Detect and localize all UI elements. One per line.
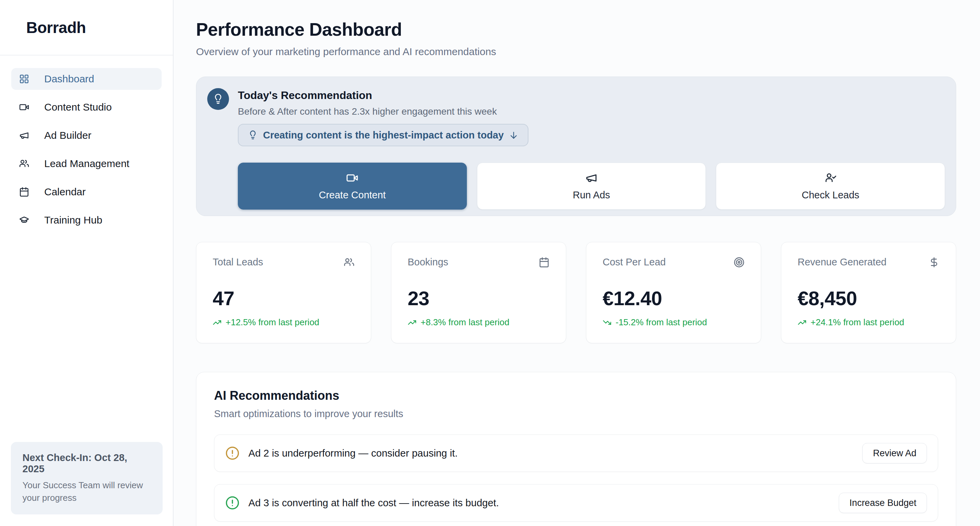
- lightbulb-icon: [213, 94, 224, 105]
- arrow-down-icon: [509, 131, 518, 140]
- stat-change-text: -15.2% from last period: [616, 317, 707, 327]
- target-icon: [733, 257, 745, 268]
- stat-change-text: +24.1% from last period: [811, 317, 904, 327]
- next-checkin-card: Next Check-In: Oct 28, 2025 Your Success…: [11, 442, 163, 515]
- recommendation-text: Ad 2 is underperforming — consider pausi…: [248, 447, 458, 459]
- brand-logo: Borradh: [26, 18, 86, 37]
- recommendation-row-ad3: Ad 3 is converting at half the cost — in…: [214, 484, 938, 521]
- sidebar-item-ad-builder[interactable]: Ad Builder: [11, 124, 162, 146]
- sidebar: Borradh Dashboard Content Studio Ad Buil…: [0, 0, 173, 526]
- create-content-button[interactable]: Create Content: [238, 163, 467, 210]
- user-check-icon: [824, 172, 837, 184]
- sidebar-item-label: Dashboard: [44, 73, 94, 85]
- brand-header: Borradh: [0, 0, 173, 56]
- stat-change-text: +8.3% from last period: [421, 317, 509, 327]
- stat-change: +24.1% from last period: [798, 317, 940, 327]
- ai-recommendations-subtitle: Smart optimizations to improve your resu…: [214, 408, 938, 420]
- action-label: Create Content: [319, 189, 386, 201]
- sidebar-item-lead-management[interactable]: Lead Management: [11, 153, 162, 175]
- stat-card-bookings: Bookings 23 +8.3% from last period: [391, 242, 566, 343]
- sidebar-item-label: Lead Management: [44, 158, 129, 169]
- megaphone-icon: [585, 172, 598, 184]
- next-checkin-title: Next Check-In: Oct 28, 2025: [22, 452, 151, 475]
- video-camera-icon: [19, 102, 29, 112]
- calendar-icon: [19, 187, 29, 197]
- stat-card-total-leads: Total Leads 47 +12.5% from last period: [196, 242, 371, 343]
- todays-recommendation-banner: Today's Recommendation Before & After co…: [196, 76, 956, 216]
- lightbulb-icon: [248, 130, 258, 140]
- stat-value: 47: [213, 287, 355, 310]
- stat-change: +12.5% from last period: [213, 317, 355, 327]
- sidebar-item-label: Content Studio: [44, 102, 111, 113]
- page-subtitle: Overview of your marketing performance a…: [196, 46, 956, 57]
- users-icon: [19, 159, 29, 169]
- next-checkin-subtitle: Your Success Team will review your progr…: [22, 479, 151, 504]
- sidebar-item-dashboard[interactable]: Dashboard: [11, 68, 162, 90]
- banner-subtitle: Before & After content has 2.3x higher e…: [238, 106, 945, 117]
- banner-actions: Create Content Run Ads Check Leads: [238, 163, 945, 210]
- stat-label: Total Leads: [213, 257, 263, 268]
- lightbulb-badge: [207, 88, 229, 110]
- sidebar-item-label: Ad Builder: [44, 130, 91, 141]
- stat-card-revenue: Revenue Generated €8,450 +24.1% from las…: [781, 242, 956, 343]
- trending-up-icon: [798, 318, 807, 327]
- recommendation-row-ad2: Ad 2 is underperforming — consider pausi…: [214, 434, 938, 472]
- review-ad-button[interactable]: Review Ad: [862, 443, 927, 463]
- insight-pill-label: Creating content is the highest-impact a…: [263, 130, 504, 141]
- trending-up-icon: [213, 318, 221, 327]
- stat-change: +8.3% from last period: [408, 317, 550, 327]
- run-ads-button[interactable]: Run Ads: [477, 163, 706, 210]
- calendar-icon: [539, 257, 550, 268]
- banner-title: Today's Recommendation: [238, 89, 945, 102]
- sidebar-item-label: Training Hub: [44, 215, 102, 226]
- stat-value: €8,450: [798, 287, 940, 310]
- stat-label: Cost Per Lead: [603, 257, 666, 268]
- page-title: Performance Dashboard: [196, 19, 956, 40]
- action-label: Run Ads: [573, 189, 610, 201]
- sidebar-item-training-hub[interactable]: Training Hub: [11, 209, 162, 231]
- sidebar-item-content-studio[interactable]: Content Studio: [11, 96, 162, 118]
- graduation-cap-icon: [19, 215, 29, 225]
- sidebar-item-label: Calendar: [44, 186, 86, 198]
- action-label: Check Leads: [802, 189, 859, 201]
- megaphone-icon: [19, 130, 29, 140]
- sidebar-item-calendar[interactable]: Calendar: [11, 181, 162, 203]
- banner-body: Today's Recommendation Before & After co…: [238, 87, 945, 210]
- dollar-sign-icon: [929, 257, 940, 268]
- stats-row: Total Leads 47 +12.5% from last period B…: [196, 242, 956, 343]
- page-header: Performance Dashboard Overview of your m…: [196, 0, 956, 57]
- alert-circle-icon: [225, 496, 240, 510]
- ai-recommendations-list: Ad 2 is underperforming — consider pausi…: [214, 434, 938, 521]
- sidebar-nav: Dashboard Content Studio Ad Builder Lead…: [0, 56, 173, 231]
- ai-recommendations-title: AI Recommendations: [214, 389, 938, 403]
- users-icon: [344, 257, 355, 268]
- stat-card-cost-per-lead: Cost Per Lead €12.40 -15.2% from last pe…: [586, 242, 761, 343]
- increase-budget-button[interactable]: Increase Budget: [839, 493, 927, 513]
- check-leads-button[interactable]: Check Leads: [716, 163, 945, 210]
- recommendation-text: Ad 3 is converting at half the cost — in…: [248, 497, 499, 509]
- alert-circle-icon: [225, 446, 240, 460]
- trending-down-icon: [603, 318, 611, 327]
- insight-pill[interactable]: Creating content is the highest-impact a…: [238, 124, 528, 146]
- stat-value: 23: [408, 287, 550, 310]
- stat-label: Revenue Generated: [798, 257, 886, 268]
- stat-label: Bookings: [408, 257, 448, 268]
- stat-change: -15.2% from last period: [603, 317, 745, 327]
- stat-value: €12.40: [603, 287, 745, 310]
- video-camera-icon: [346, 172, 358, 184]
- main-content: Performance Dashboard Overview of your m…: [173, 0, 980, 526]
- layout-grid-icon: [19, 74, 29, 84]
- ai-recommendations-card: AI Recommendations Smart optimizations t…: [196, 372, 956, 526]
- stat-change-text: +12.5% from last period: [226, 317, 319, 327]
- trending-up-icon: [408, 318, 417, 327]
